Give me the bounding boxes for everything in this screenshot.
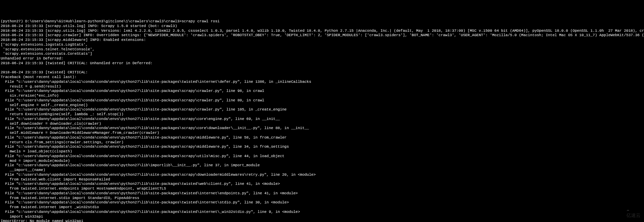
terminal-line: File "c:\users\danny\appdata\local\conda… xyxy=(1,210,300,214)
terminal-line: 'scrapy.extensions.telnet.TelnetConsole'… xyxy=(1,47,94,51)
terminal-line: return cls.from_settings(crawler.setting… xyxy=(1,140,124,144)
terminal-line: __import__(name) xyxy=(1,168,45,172)
watermark-logo: ☁ 亿速云 xyxy=(621,201,641,219)
terminal-line: File "c:\users\danny\appdata\local\conda… xyxy=(1,154,284,158)
terminal-line: import win32api xyxy=(1,215,43,219)
terminal-line: File "c:\users\danny\appdata\local\conda… xyxy=(1,182,280,186)
terminal-line: from twisted.web.client import ResponseF… xyxy=(1,177,110,181)
terminal-line: 2018-06-24 23:15:33 [scrapy.utils.log] I… xyxy=(1,24,177,28)
terminal-line: (python27) D:\Users\Danny\GitHub\learn-p… xyxy=(1,19,220,23)
terminal-line: ['scrapy.extensions.logstats.LogStats', xyxy=(1,43,88,47)
terminal-line: 'scrapy.extensions.corestats.CoreStats'] xyxy=(1,52,92,56)
terminal-output[interactable]: (python27) D:\Users\Danny\GitHub\learn-p… xyxy=(1,19,643,222)
terminal-line: File "c:\users\danny\appdata\local\conda… xyxy=(1,98,264,102)
terminal-line: self.engine = self._create_engine() xyxy=(1,103,88,107)
terminal-line: File "c:\users\danny\appdata\local\conda… xyxy=(1,191,298,195)
terminal-line: File "c:\users\danny\appdata\local\conda… xyxy=(1,135,287,140)
terminal-line: File "c:\users\danny\appdata\local\conda… xyxy=(1,126,309,130)
terminal-line: Traceback (most recent call last): xyxy=(1,75,76,79)
terminal-line: File "c:\users\danny\appdata\local\conda… xyxy=(1,80,311,84)
terminal-line: from twisted.internet.endpoints import H… xyxy=(1,187,166,191)
terminal-line: result = g.send(result) xyxy=(1,84,61,89)
terminal-line: self.middleware = DownloaderMiddlewareMa… xyxy=(1,131,159,135)
terminal-line: Unhandled error in Deferred: xyxy=(1,56,63,60)
terminal-line: File "c:\users\danny\appdata\local\conda… xyxy=(1,200,289,204)
terminal-line: File "c:\users\danny\appdata\local\conda… xyxy=(1,163,260,167)
watermark-text: 亿速云 xyxy=(626,213,641,218)
terminal-line: six.reraise(*exc_info) xyxy=(1,94,59,98)
cloud-icon: ☁ xyxy=(626,207,629,212)
terminal-line: 2018-06-24 23:15:33 [scrapy.middleware] … xyxy=(1,38,146,42)
terminal-line: from twisted.internet import _win32stdio xyxy=(1,205,99,209)
terminal-line: mwcls = load_object(clspath) xyxy=(1,149,72,153)
terminal-line: 2018-06-24 23:15:33 [twisted] CRITICAL: xyxy=(1,70,88,74)
terminal-line: File "c:\users\danny\appdata\local\conda… xyxy=(1,145,289,149)
terminal-line: 2018-06-24 23:15:33 [scrapy.utils.log] I… xyxy=(1,29,644,33)
terminal-line: 2018-06-24 23:15:33 [twisted] CRITICAL: … xyxy=(1,61,153,65)
terminal-line: self.downloader = downloader_cls(crawler… xyxy=(1,122,101,126)
terminal-line: File "c:\users\danny\appdata\local\conda… xyxy=(1,173,316,177)
terminal-line: mod = import_module(module) xyxy=(1,159,70,163)
terminal-line: from twisted.internet.stdio import Stand… xyxy=(1,196,139,200)
terminal-line: ImportError: No module named win32api xyxy=(1,219,83,222)
terminal-line: File "c:\users\danny\appdata\local\conda… xyxy=(1,107,287,112)
terminal-line: File "c:\users\danny\appdata\local\conda… xyxy=(1,89,264,93)
terminal-line: return ExecutionEngine(self, lambda _: s… xyxy=(1,112,124,116)
terminal-line: 2018-06-24 23:15:33 [scrapy.crawler] INF… xyxy=(1,33,644,37)
terminal-line: File "c:\users\danny\appdata\local\conda… xyxy=(1,117,280,121)
